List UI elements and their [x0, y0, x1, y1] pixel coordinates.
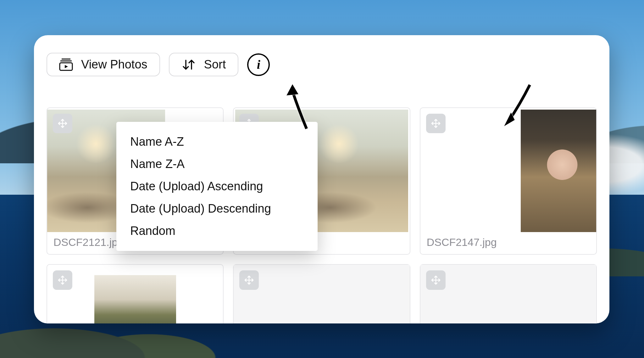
- sort-button[interactable]: Sort: [169, 53, 239, 76]
- photo-filename: DSCF2147.jpg: [420, 234, 596, 254]
- move-handle[interactable]: [426, 270, 446, 290]
- photo-card[interactable]: [233, 264, 410, 323]
- photo-card[interactable]: DSCF2147.jpg: [420, 107, 597, 255]
- sort-option-date-desc[interactable]: Date (Upload) Descending: [116, 198, 318, 220]
- info-icon: i: [257, 58, 260, 71]
- svg-marker-18: [286, 84, 298, 95]
- sort-option-random[interactable]: Random: [116, 220, 318, 242]
- move-handle[interactable]: [53, 270, 72, 290]
- sort-option-date-asc[interactable]: Date (Upload) Ascending: [116, 175, 318, 198]
- sort-option-name-desc[interactable]: Name Z-A: [116, 153, 318, 175]
- svg-marker-3: [65, 65, 68, 68]
- sort-arrows-icon: [181, 58, 196, 71]
- sort-dropdown: Name A-Z Name Z-A Date (Upload) Ascendin…: [116, 122, 318, 251]
- photo-card[interactable]: [47, 264, 224, 323]
- sort-option-name-asc[interactable]: Name A-Z: [116, 131, 318, 153]
- desktop-wallpaper: View Photos Sort i: [0, 0, 644, 358]
- photo-thumbnail: [94, 275, 176, 324]
- view-photos-button[interactable]: View Photos: [47, 53, 160, 76]
- annotation-arrow-icon: [495, 79, 536, 129]
- info-button[interactable]: i: [247, 53, 270, 76]
- photo-card[interactable]: [420, 264, 597, 323]
- photo-thumbnail: [420, 265, 596, 323]
- move-handle[interactable]: [426, 114, 446, 133]
- photo-thumbnail: [234, 265, 409, 323]
- move-handle[interactable]: [53, 114, 72, 133]
- annotation-arrow-icon: [281, 82, 316, 132]
- move-handle[interactable]: [239, 270, 259, 290]
- sort-label: Sort: [204, 58, 226, 71]
- gallery-toolbar: View Photos Sort i: [47, 53, 597, 76]
- slideshow-icon: [59, 58, 73, 71]
- view-photos-label: View Photos: [81, 58, 147, 71]
